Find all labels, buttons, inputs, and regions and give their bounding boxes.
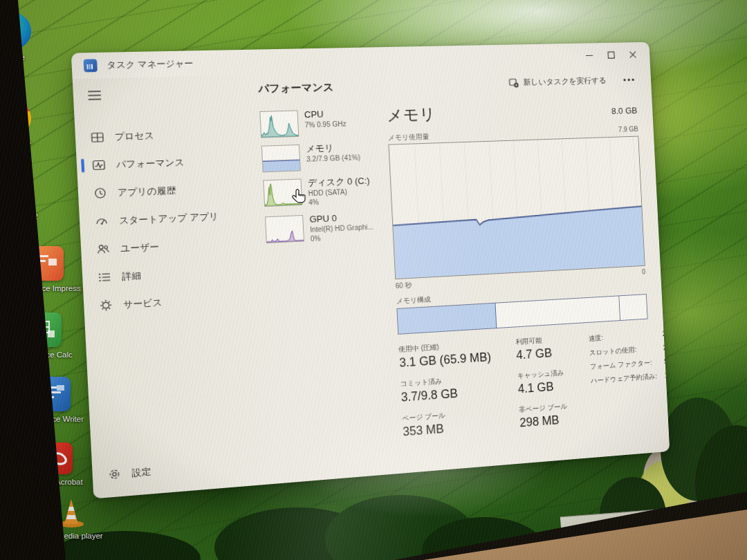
perf-card-stat: 4% <box>308 196 371 207</box>
sidebar-item-label: プロセス <box>115 129 155 142</box>
selected-indicator <box>81 159 84 173</box>
stat-committed: コミット済み 3.7/9.8 GB <box>400 373 493 405</box>
main-panel: パフォーマンス 新しいタスクを実行する ••• <box>255 66 670 483</box>
sidebar-item-settings[interactable]: 設定 <box>92 448 275 490</box>
window-title: タスク マネージャー <box>107 57 194 71</box>
stat-available: 利用可能 4.7 GB <box>515 335 565 363</box>
run-new-task-button[interactable]: 新しいタスクを実行する <box>508 75 607 88</box>
users-icon <box>96 243 109 256</box>
services-icon <box>100 299 113 312</box>
run-new-task-icon <box>508 77 519 88</box>
sidebar-item-label: 詳細 <box>122 269 142 283</box>
hand-cursor <box>291 188 308 206</box>
task-manager-icon <box>84 59 98 72</box>
memory-usage-graph <box>388 136 645 280</box>
photo-of-screen: ↗ ft Edge ↗ e Chrome ↗ reOffice 25.2 ↗ L… <box>0 0 747 560</box>
perf-card-stat: 7% 0.95 GHz <box>304 119 347 129</box>
app-history-icon <box>93 187 107 199</box>
sidebar-item-label: アプリの履歴 <box>118 184 176 199</box>
perf-card-stat: 3.2/7.9 GB (41%) <box>306 153 360 164</box>
stat-in-use: 使用中 (圧縮) 3.1 GB (65.9 MB) <box>398 339 491 370</box>
perf-card-list: CPU 7% 0.95 GHz メモリ 3.2/7.9 GB ( <box>259 98 396 483</box>
perf-card-gpu[interactable]: GPU 0 Intel(R) HD Graphi... 0% <box>265 212 383 245</box>
perf-card-memory[interactable]: メモリ 3.2/7.9 GB (41%) <box>261 142 380 172</box>
memory-mini-graph <box>261 144 301 172</box>
stat-non-paged-pool: 非ページ プール 298 MB <box>519 402 569 430</box>
run-new-task-label: 新しいタスクを実行する <box>523 75 607 88</box>
page-title: パフォーマンス <box>258 80 334 95</box>
sidebar-item-label: 設定 <box>131 465 151 480</box>
composition-divider <box>618 296 620 320</box>
processes-icon <box>91 131 104 143</box>
cpu-mini-graph <box>259 110 299 138</box>
more-options-button[interactable]: ••• <box>623 75 636 85</box>
gear-icon <box>108 467 121 480</box>
memory-stats-grid: 使用中 (圧縮) 3.1 GB (65.9 MB) 利用可能 4.7 GB コミ… <box>398 335 569 440</box>
memory-hardware-info: 速度:2133 MHz スロットの使用:2/2 フォーム ファクター:SODIM… <box>588 326 670 424</box>
sidebar-item-label: ユーザー <box>120 240 160 254</box>
stat-cached: キャッシュ済み 4.1 GB <box>517 368 567 396</box>
maximize-button[interactable] <box>600 44 622 65</box>
memory-total: 8.0 GB <box>611 105 638 116</box>
sidebar-item-label: サービス <box>123 296 163 311</box>
minimize-button[interactable] <box>578 45 600 66</box>
task-manager-window: タスク マネージャー プロセス <box>71 42 670 499</box>
gpu-mini-graph <box>265 215 304 243</box>
composition-in-use-segment <box>397 304 496 334</box>
performance-icon <box>92 159 105 171</box>
hamburger-menu-icon[interactable] <box>73 84 104 106</box>
perf-card-disk[interactable]: ディスク 0 (C:) HDD (SATA) 4% <box>263 176 382 209</box>
sidebar-item-label: スタートアップ アプリ <box>119 209 219 227</box>
memory-title: メモリ <box>386 104 436 127</box>
memory-detail-panel: メモリ 8.0 GB メモリ使用量 7.9 GB <box>386 91 654 473</box>
close-button[interactable] <box>621 44 644 64</box>
sidebar: プロセス パフォーマンス アプリの履歴 スタートアップ アプリ <box>73 75 276 498</box>
graph-time-label: 60 秒 <box>395 281 412 291</box>
details-icon <box>98 271 111 284</box>
graph-scale-min: 0 <box>642 268 646 278</box>
memory-usage-label: メモリ使用量 <box>388 132 430 143</box>
stat-paged-pool: ページ プール 353 MB <box>402 407 495 440</box>
graph-scale-max: 7.9 GB <box>618 125 638 135</box>
sidebar-item-label: パフォーマンス <box>116 156 185 171</box>
perf-card-cpu[interactable]: CPU 7% 0.95 GHz <box>259 108 378 138</box>
startup-apps-icon <box>95 215 108 227</box>
